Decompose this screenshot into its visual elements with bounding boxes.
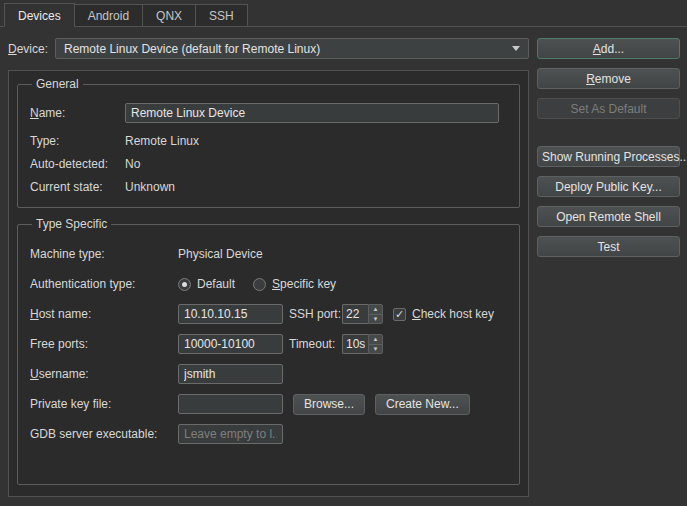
device-selector-row: Device: Remote Linux Device (default for… bbox=[8, 38, 529, 59]
ssh-port-label: SSH port: bbox=[289, 307, 342, 321]
autodetected-row: Auto-detected: No bbox=[30, 152, 507, 175]
name-row: Name: bbox=[30, 99, 507, 127]
gdb-server-input[interactable] bbox=[178, 424, 283, 444]
host-name-label: Host name: bbox=[30, 307, 178, 321]
gdb-server-row: GDB server executable: bbox=[30, 419, 507, 449]
timeout-spinner: ▲ ▼ bbox=[342, 334, 383, 354]
free-ports-label: Free ports: bbox=[30, 337, 178, 351]
chevron-down-icon bbox=[512, 46, 520, 51]
auth-specific-key-radio[interactable]: Specific key bbox=[253, 277, 336, 291]
type-row: Type: Remote Linux bbox=[30, 129, 507, 152]
checkbox-checked-icon: ✓ bbox=[393, 308, 406, 321]
tab-devices[interactable]: Devices bbox=[4, 3, 75, 27]
machine-type-label: Machine type: bbox=[30, 247, 178, 261]
auth-default-radio[interactable]: Default bbox=[178, 277, 235, 291]
open-remote-shell-button[interactable]: Open Remote Shell bbox=[537, 206, 680, 227]
timeout-spin-buttons: ▲ ▼ bbox=[368, 334, 383, 354]
remove-button[interactable]: Remove bbox=[537, 68, 680, 89]
device-detail-panel: General Name: Type: Remote Linux Auto-de… bbox=[8, 70, 529, 497]
autodetected-label: Auto-detected: bbox=[30, 157, 125, 171]
type-label: Type: bbox=[30, 134, 125, 148]
device-combobox-value: Remote Linux Device (default for Remote … bbox=[64, 42, 506, 56]
spin-up-icon[interactable]: ▲ bbox=[369, 335, 382, 345]
machine-type-row: Machine type: Physical Device bbox=[30, 239, 507, 269]
test-button[interactable]: Test bbox=[537, 236, 680, 257]
timeout-input[interactable] bbox=[342, 334, 368, 354]
device-label: Device: bbox=[8, 42, 48, 56]
ssh-port-input[interactable] bbox=[342, 304, 368, 324]
spin-down-icon[interactable]: ▼ bbox=[369, 345, 382, 354]
free-ports-row: Free ports: Timeout: ▲ ▼ bbox=[30, 329, 507, 359]
autodetected-value: No bbox=[125, 157, 140, 171]
machine-type-value: Physical Device bbox=[178, 247, 263, 261]
device-actions-column: Add... Remove Set As Default Show Runnin… bbox=[537, 38, 680, 497]
username-input[interactable] bbox=[178, 364, 283, 384]
username-row: Username: bbox=[30, 359, 507, 389]
private-key-file-row: Private key file: Browse... Create New..… bbox=[30, 389, 507, 419]
name-label: Name: bbox=[30, 106, 125, 120]
host-name-input[interactable] bbox=[178, 304, 283, 324]
tab-ssh[interactable]: SSH bbox=[195, 4, 248, 26]
free-ports-input[interactable] bbox=[178, 334, 283, 354]
type-specific-group-title: Type Specific bbox=[32, 217, 111, 231]
auth-specific-key-label: Specific key bbox=[272, 277, 336, 291]
devices-tab-content: Device: Remote Linux Device (default for… bbox=[0, 27, 687, 505]
auth-default-label: Default bbox=[197, 277, 235, 291]
private-key-file-input[interactable] bbox=[178, 394, 283, 414]
current-state-label: Current state: bbox=[30, 180, 125, 194]
device-config-column: Device: Remote Linux Device (default for… bbox=[8, 38, 529, 497]
spin-up-icon[interactable]: ▲ bbox=[369, 305, 382, 315]
name-input[interactable] bbox=[125, 103, 499, 123]
timeout-label: Timeout: bbox=[289, 337, 342, 351]
tab-android[interactable]: Android bbox=[74, 4, 143, 26]
type-value: Remote Linux bbox=[125, 134, 199, 148]
type-specific-group: Type Specific Machine type: Physical Dev… bbox=[17, 217, 520, 485]
check-host-key-label: Check host key bbox=[412, 307, 494, 321]
tab-qnx[interactable]: QNX bbox=[142, 4, 196, 26]
set-as-default-button[interactable]: Set As Default bbox=[537, 98, 680, 119]
current-state-row: Current state: Unknown bbox=[30, 175, 507, 198]
spin-down-icon[interactable]: ▼ bbox=[369, 315, 382, 324]
deploy-public-key-button[interactable]: Deploy Public Key... bbox=[537, 176, 680, 197]
create-new-button[interactable]: Create New... bbox=[375, 394, 470, 415]
current-state-value: Unknown bbox=[125, 180, 175, 194]
add-button[interactable]: Add... bbox=[537, 38, 680, 59]
host-name-row: Host name: SSH port: ▲ ▼ ✓ Chec bbox=[30, 299, 507, 329]
authentication-type-label: Authentication type: bbox=[30, 277, 178, 291]
ssh-port-spinner: ▲ ▼ bbox=[342, 304, 383, 324]
authentication-type-row: Authentication type: Default Specific ke… bbox=[30, 269, 507, 299]
radio-unselected-icon bbox=[253, 278, 266, 291]
show-running-processes-button[interactable]: Show Running Processes... bbox=[537, 146, 680, 167]
username-label: Username: bbox=[30, 367, 178, 381]
browse-button[interactable]: Browse... bbox=[293, 394, 365, 415]
tab-bar: Devices Android QNX SSH bbox=[0, 0, 687, 27]
authentication-radio-group: Default Specific key bbox=[178, 277, 336, 291]
device-combobox[interactable]: Remote Linux Device (default for Remote … bbox=[55, 38, 529, 59]
general-group-title: General bbox=[32, 77, 83, 91]
check-host-key-checkbox[interactable]: ✓ Check host key bbox=[393, 307, 494, 321]
devices-options-page: Devices Android QNX SSH Device: Remote L… bbox=[0, 0, 687, 505]
ssh-port-spin-buttons: ▲ ▼ bbox=[368, 304, 383, 324]
radio-selected-icon bbox=[178, 278, 191, 291]
general-group: General Name: Type: Remote Linux Auto-de… bbox=[17, 77, 520, 208]
gdb-server-label: GDB server executable: bbox=[30, 427, 178, 441]
private-key-file-label: Private key file: bbox=[30, 397, 178, 411]
